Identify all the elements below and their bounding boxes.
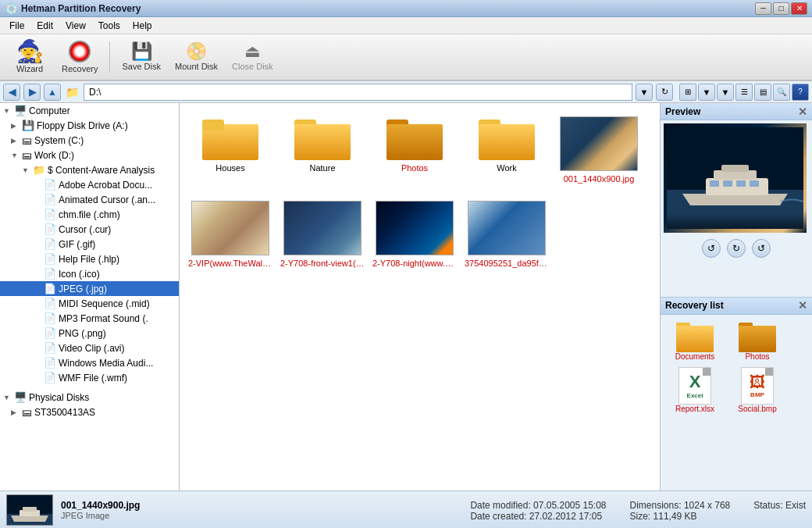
maximize-button[interactable]: □ (773, 2, 789, 15)
status-label: Status: (753, 500, 782, 511)
svg-rect-2 (202, 120, 224, 130)
file-name: 2-VIP(www.TheWallpapers.... (188, 259, 272, 268)
tree-item-mp3[interactable]: 📄 MP3 Format Sound (. (0, 311, 179, 326)
tree-item-computer[interactable]: ▼ 🖥️ Computer (0, 103, 179, 118)
recovery-item-social[interactable]: 🖼 BMP Social.bmp (729, 367, 785, 413)
tree-item-chm[interactable]: 📄 chm.file (.chm) (0, 207, 179, 222)
list-item[interactable]: 2-Y708-night(www.TheWallp... (372, 195, 458, 273)
list-item[interactable]: Work (464, 111, 550, 189)
tree-item-jpeg[interactable]: 📄 JPEG (.jpg) (0, 281, 179, 296)
preview-refresh-button[interactable]: ↻ (727, 239, 746, 258)
help-button[interactable]: ? (792, 84, 809, 101)
titlebar: 💿 Hetman Partition Recovery ─ □ ✕ (0, 0, 812, 17)
recovery-item-documents[interactable]: Documents (667, 321, 723, 361)
preview-next-button[interactable]: ↺ (752, 239, 771, 258)
tree-item-content-aware[interactable]: ▼ 📁 $ Content-Aware Analysis (0, 162, 179, 177)
recovery-item-label: Report.xlsx (675, 405, 714, 413)
search-button[interactable]: 🔍 (773, 84, 790, 101)
preview-prev-button[interactable]: ↺ (702, 239, 721, 258)
menu-help[interactable]: Help (126, 19, 158, 33)
tree-item-png[interactable]: 📄 PNG (.png) (0, 326, 179, 341)
recovery-close-button[interactable]: ✕ (798, 299, 807, 312)
svg-rect-17 (710, 180, 719, 187)
nav-up-button[interactable]: ▲ (44, 84, 61, 101)
list-item[interactable]: 2-VIP(www.TheWallpapers.... (187, 195, 273, 273)
tree-item-icon[interactable]: 📄 Icon (.ico) (0, 266, 179, 281)
menu-view[interactable]: View (59, 19, 92, 33)
address-dropdown[interactable]: ▼ (636, 84, 653, 101)
recovery-button[interactable]: ⊕ Recovery (56, 37, 103, 77)
tree-item-system-c[interactable]: ▶ 🖴 System (C:) (0, 133, 179, 148)
tree-item-st3500[interactable]: ▶ 🖴 ST3500413AS (0, 405, 179, 419)
file-name: Houses (215, 163, 244, 173)
preview-close-button[interactable]: ✕ (798, 105, 807, 118)
preview-header: Preview ✕ (661, 103, 812, 120)
tree-item-work-d[interactable]: ▼ 🖴 Work (D:) (0, 148, 179, 162)
toolbar: 🧙 Wizard ⊕ Recovery 💾 Save Disk 📀 Mount … (0, 34, 812, 81)
addressbar: ◀ ▶ ▲ 📁 ▼ ↻ ⊞ ▼ ▼ ☰ ▤ 🔍 ? (0, 81, 812, 103)
tree-item-physical-disks[interactable]: ▼ 🖥️ Physical Disks (0, 390, 179, 405)
nav-forward-button[interactable]: ▶ (23, 84, 41, 101)
svg-rect-11 (479, 124, 535, 160)
mount-disk-button[interactable]: 📀 Mount Disk (169, 37, 223, 77)
recovery-item-label: Documents (675, 352, 715, 361)
recovery-item-report[interactable]: X Excel Report.xlsx (667, 367, 723, 413)
tree-item-wma[interactable]: 📄 Windows Media Audi... (0, 355, 179, 370)
menubar: File Edit View Tools Help (0, 17, 812, 34)
tree-item-video[interactable]: 📄 Video Clip (.avi) (0, 341, 179, 355)
list-item[interactable]: 001_1440x900.jpg (556, 111, 642, 189)
tree-item-adobe[interactable]: 📄 Adobe Acrobat Docu... (0, 177, 179, 192)
status-filetype: JPEG Image (61, 511, 462, 520)
toolbar-separator-1 (109, 41, 110, 73)
filter-button[interactable]: ▼ (717, 84, 734, 101)
dimensions-label: Dimensions: (630, 500, 682, 511)
list-item[interactable]: Nature (280, 111, 365, 189)
recovery-header: Recovery list ✕ (661, 298, 812, 315)
list-item[interactable]: 3754095251_da95fc1925_o.jpg (464, 195, 550, 273)
preview-panel: Preview ✕ (661, 103, 812, 298)
recovery-panel: Recovery list ✕ Documents (661, 298, 812, 491)
file-name: Nature (309, 163, 335, 173)
nav-back-button[interactable]: ◀ (3, 84, 20, 101)
status-dimensions: Dimensions: 1024 x 768 Size: 111,49 KB (630, 500, 731, 522)
wizard-button[interactable]: 🧙 Wizard (6, 37, 53, 77)
grid-view-button[interactable]: ⊞ (679, 84, 696, 101)
save-disk-button[interactable]: 💾 Save Disk (116, 37, 166, 77)
tree-item-help[interactable]: 📄 Help File (.hlp) (0, 252, 179, 266)
tree-item-midi[interactable]: 📄 MIDI Sequence (.mid) (0, 296, 179, 311)
menu-file[interactable]: File (3, 19, 30, 33)
minimize-button[interactable]: ─ (755, 2, 771, 15)
view-controls: ⊞ ▼ ▼ ☰ ▤ 🔍 ? (679, 84, 809, 101)
list-item[interactable]: 2-Y708-front-view1(www.Th... (280, 195, 365, 273)
menu-edit[interactable]: Edit (30, 19, 59, 33)
address-input[interactable] (84, 84, 632, 101)
tree-item-gif[interactable]: 📄 GIF (.gif) (0, 237, 179, 252)
app-title: Hetman Partition Recovery (21, 3, 755, 14)
list-item[interactable]: Photos (372, 111, 458, 189)
svg-rect-5 (294, 124, 351, 160)
tree-item-animated[interactable]: 📄 Animated Cursor (.an... (0, 192, 179, 207)
statusbar: 001_1440x900.jpg JPEG Image Date modifie… (0, 491, 812, 528)
recovery-item-photos[interactable]: Photos (729, 321, 785, 361)
close-disk-button[interactable]: ⏏ Close Disk (226, 37, 279, 77)
app-icon: 💿 (5, 2, 18, 15)
file-name: 3754095251_da95fc1925_o.jpg (465, 259, 549, 268)
view-options-button[interactable]: ▼ (698, 84, 715, 101)
menu-tools[interactable]: Tools (92, 19, 126, 33)
created-value: 27.02.2012 17:05 (529, 511, 602, 522)
list-view-button[interactable]: ☰ (735, 84, 753, 101)
recovery-title: Recovery list (665, 300, 724, 311)
refresh-button[interactable]: ↻ (656, 84, 673, 101)
svg-rect-20 (750, 180, 759, 187)
tree-item-cursor[interactable]: 📄 Cursor (.cur) (0, 222, 179, 237)
list-item[interactable]: Houses (187, 111, 273, 189)
tree-item-floppy[interactable]: ▶ 💾 Floppy Disk Drive (A:) (0, 118, 179, 133)
tree-item-wmf[interactable]: 📄 WMF File (.wmf) (0, 370, 179, 385)
detail-view-button[interactable]: ▤ (754, 84, 771, 101)
file-name: 2-Y708-night(www.TheWallp... (372, 259, 457, 268)
status-filename: 001_1440x900.jpg (61, 500, 462, 511)
close-button[interactable]: ✕ (791, 2, 807, 15)
svg-rect-18 (723, 180, 732, 187)
main-area: ▼ 🖥️ Computer ▶ 💾 Floppy Disk Drive (A:)… (0, 103, 812, 491)
status-file-info: 001_1440x900.jpg JPEG Image (61, 500, 462, 520)
